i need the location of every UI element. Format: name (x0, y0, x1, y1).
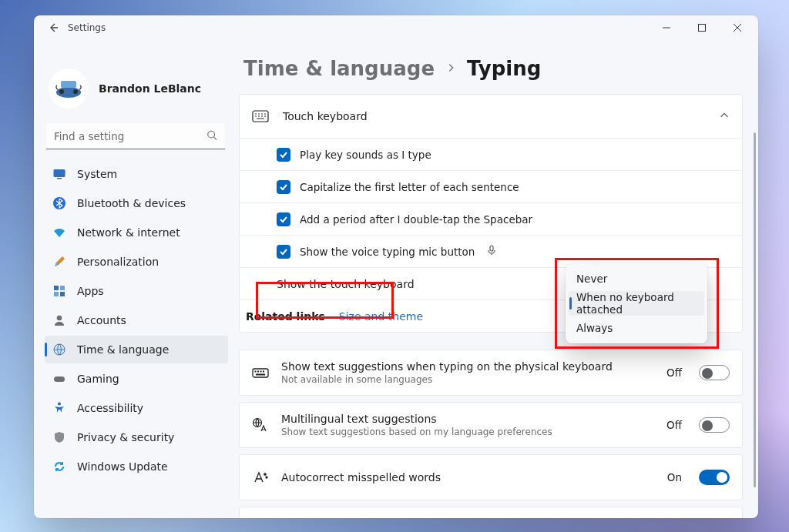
avatar (48, 68, 89, 109)
sidebar-item-time-language[interactable]: Time & language (45, 336, 228, 363)
setting-multilingual-suggestions[interactable]: Multilingual text suggestions Show text … (239, 402, 743, 448)
search-input[interactable] (46, 123, 225, 149)
person-icon (52, 313, 66, 327)
svg-rect-6 (54, 169, 65, 177)
window-minimize-button[interactable] (649, 15, 684, 40)
setting-highlight-misspelled[interactable]: Highlight misspelled words On (239, 507, 743, 518)
apps-icon (52, 284, 66, 298)
svg-point-4 (73, 89, 78, 94)
svg-rect-20 (255, 371, 257, 373)
toggle-switch[interactable] (699, 417, 730, 433)
sidebar-item-privacy[interactable]: Privacy & security (45, 423, 228, 451)
svg-point-13 (57, 316, 62, 321)
window-maximize-button[interactable] (684, 15, 720, 40)
back-icon[interactable] (48, 22, 60, 34)
globe-clock-icon (52, 343, 66, 356)
checkbox-checked-icon (277, 212, 290, 226)
checkbox-capitalize-first[interactable]: Capitalize the first letter of each sent… (240, 170, 742, 202)
sidebar-item-accessibility[interactable]: Accessibility (45, 394, 228, 422)
svg-point-3 (59, 89, 64, 94)
svg-rect-10 (60, 286, 65, 290)
checkbox-checked-icon (277, 245, 290, 259)
language-icon (252, 417, 269, 433)
titlebar: Settings (34, 15, 758, 40)
toggle-state: Off (666, 419, 682, 431)
svg-rect-19 (253, 369, 268, 377)
checkbox-label: Capitalize the first letter of each sent… (300, 181, 519, 193)
checkbox-play-key-sounds[interactable]: Play key sounds as I type (240, 138, 742, 170)
sidebar-item-label: System (77, 168, 117, 180)
show-touch-keyboard-dropdown: Never When no keyboard attached Always (566, 263, 707, 343)
window-close-button[interactable] (720, 15, 755, 40)
svg-rect-0 (699, 25, 706, 32)
checkbox-checked-icon (277, 180, 290, 194)
chevron-up-icon (719, 109, 730, 124)
sidebar-item-label: Privacy & security (77, 431, 174, 443)
profile-name: Brandon LeBlanc (99, 82, 201, 95)
app-title: Settings (68, 22, 106, 33)
svg-rect-22 (260, 371, 262, 373)
dropdown-option-label: When no keyboard attached (576, 291, 697, 316)
setting-subtitle: Show text suggestions based on my langua… (281, 427, 654, 437)
size-and-theme-link[interactable]: Size and theme (339, 310, 423, 323)
keyboard-icon (252, 110, 269, 122)
breadcrumb-parent[interactable]: Time & language (243, 57, 435, 80)
dropdown-option-label: Never (576, 273, 607, 285)
setting-title: Multilingual text suggestions (281, 413, 654, 425)
settings-window: Settings (34, 15, 758, 518)
touch-keyboard-header[interactable]: Touch keyboard (240, 95, 742, 138)
sidebar-item-accounts[interactable]: Accounts (45, 306, 228, 334)
svg-rect-18 (490, 246, 493, 251)
toggle-state: Off (666, 366, 682, 379)
checkbox-label: Add a period after I double-tap the Spac… (300, 213, 532, 226)
svg-rect-24 (256, 374, 265, 376)
svg-rect-2 (61, 81, 76, 88)
sidebar-item-network[interactable]: Network & internet (45, 219, 228, 246)
setting-text-suggestions[interactable]: Show text suggestions when typing on the… (239, 350, 743, 396)
chevron-right-icon (445, 62, 456, 76)
scrollbar[interactable] (754, 132, 756, 487)
breadcrumb: Time & language Typing (239, 57, 743, 80)
svg-point-26 (264, 473, 266, 475)
paintbrush-icon (52, 255, 66, 269)
sidebar-item-label: Personalization (77, 256, 159, 268)
checkbox-label: Play key sounds as I type (300, 149, 431, 161)
svg-point-16 (58, 403, 61, 406)
sidebar-item-gaming[interactable]: Gaming (45, 365, 228, 393)
dropdown-option-never[interactable]: Never (569, 266, 704, 291)
autocorrect-icon (252, 470, 269, 485)
dropdown-option-always[interactable]: Always (569, 316, 704, 340)
sidebar-item-apps[interactable]: Apps (45, 277, 228, 305)
sidebar-item-bluetooth[interactable]: Bluetooth & devices (45, 189, 228, 217)
microphone-icon (487, 245, 496, 258)
toggle-switch[interactable] (699, 365, 730, 380)
setting-title: Autocorrect misspelled words (281, 471, 655, 483)
toggle-switch[interactable] (699, 470, 730, 485)
setting-subtitle: Not available in some languages (281, 374, 654, 385)
checkbox-label: Show the voice typing mic button (300, 246, 475, 258)
sidebar-item-label: Windows Update (77, 460, 168, 473)
checkbox-voice-typing-mic[interactable]: Show the voice typing mic button (240, 235, 742, 267)
bluetooth-icon (52, 196, 66, 210)
wifi-icon (52, 226, 66, 239)
main-content: Time & language Typing Touch keyboard (236, 40, 758, 518)
sidebar-item-label: Accounts (77, 314, 126, 326)
sidebar-item-label: Accessibility (77, 402, 143, 414)
system-icon (52, 167, 66, 181)
sidebar-item-label: Network & internet (77, 226, 180, 239)
related-links-label: Related links (246, 310, 325, 323)
svg-rect-21 (257, 371, 259, 373)
svg-rect-23 (263, 371, 264, 373)
svg-rect-7 (57, 178, 62, 179)
dropdown-option-when-no-keyboard[interactable]: When no keyboard attached (569, 291, 704, 316)
profile[interactable]: Brandon LeBlanc (40, 48, 233, 123)
sidebar-item-label: Bluetooth & devices (77, 197, 186, 209)
sidebar-item-personalization[interactable]: Personalization (45, 248, 228, 276)
checkbox-add-period[interactable]: Add a period after I double-tap the Spac… (240, 202, 742, 235)
sidebar-item-system[interactable]: System (45, 160, 228, 188)
setting-autocorrect[interactable]: Autocorrect misspelled words On (239, 454, 743, 500)
accessibility-icon (52, 401, 66, 415)
svg-point-27 (266, 477, 267, 478)
row-label: Show the touch keyboard (277, 278, 415, 290)
sidebar-item-windows-update[interactable]: Windows Update (45, 453, 228, 480)
